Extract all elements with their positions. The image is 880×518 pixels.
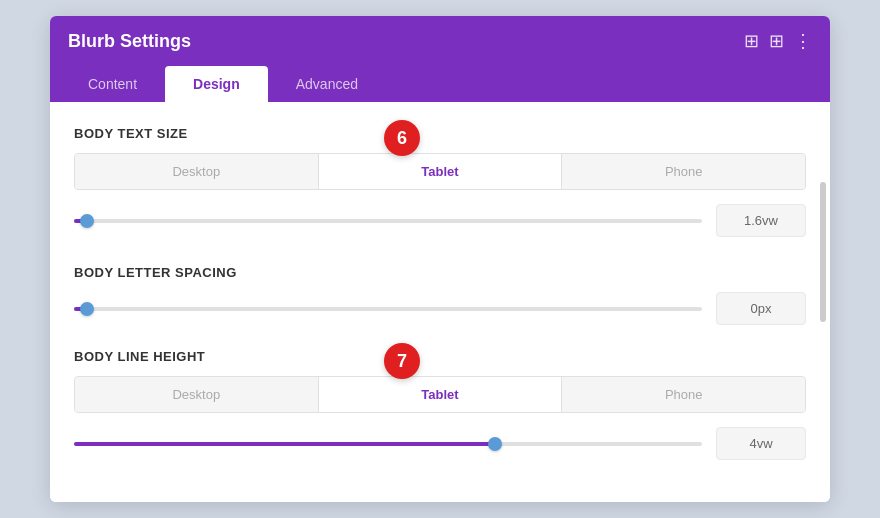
body-line-height-slider[interactable] (74, 441, 702, 447)
desktop-tab-line-height[interactable]: Desktop (75, 377, 319, 412)
slider-thumb[interactable] (80, 214, 94, 228)
tablet-tab-line-height[interactable]: Tablet (319, 377, 563, 412)
scrollbar[interactable] (820, 182, 826, 322)
badge-7: 7 (384, 343, 420, 379)
body-line-height-label: Body Line Height (74, 349, 806, 364)
body-letter-spacing-slider-row: 0px (74, 292, 806, 325)
body-text-size-slider-row: 1.6vw (74, 204, 806, 237)
body-letter-spacing-label: Body Letter Spacing (74, 265, 806, 280)
layout-icon[interactable]: ⊞ (744, 30, 759, 52)
body-letter-spacing-slider[interactable] (74, 306, 702, 312)
columns-icon[interactable]: ⊞ (769, 30, 784, 52)
body-text-size-section: 6 Body Text Size Desktop Tablet Phone 1.… (74, 126, 806, 237)
slider-track (74, 307, 702, 311)
phone-tab-text-size[interactable]: Phone (562, 154, 805, 189)
tab-advanced[interactable]: Advanced (268, 66, 386, 102)
slider-thumb[interactable] (80, 302, 94, 316)
body-text-size-value[interactable]: 1.6vw (716, 204, 806, 237)
more-icon[interactable]: ⋮ (794, 30, 812, 52)
body-text-size-slider[interactable] (74, 218, 702, 224)
body-line-height-section: 7 Body Line Height Desktop Tablet Phone … (74, 349, 806, 460)
badge-6: 6 (384, 120, 420, 156)
body-letter-spacing-section: Body Letter Spacing 0px (74, 265, 806, 325)
tab-content[interactable]: Content (60, 66, 165, 102)
body-line-height-value[interactable]: 4vw (716, 427, 806, 460)
slider-thumb[interactable] (488, 437, 502, 451)
body-text-size-device-tabs: Desktop Tablet Phone (74, 153, 806, 190)
body-line-height-slider-row: 4vw (74, 427, 806, 460)
body-letter-spacing-value[interactable]: 0px (716, 292, 806, 325)
body-line-height-device-tabs: Desktop Tablet Phone (74, 376, 806, 413)
tablet-tab-text-size[interactable]: Tablet (319, 154, 563, 189)
phone-tab-line-height[interactable]: Phone (562, 377, 805, 412)
slider-track (74, 219, 702, 223)
tab-bar: Content Design Advanced (50, 66, 830, 102)
blurb-settings-panel: Blurb Settings ⊞ ⊞ ⋮ Content Design Adva… (50, 16, 830, 502)
panel-title: Blurb Settings (68, 31, 191, 52)
slider-fill (74, 442, 495, 446)
panel-body: 6 Body Text Size Desktop Tablet Phone 1.… (50, 102, 830, 502)
header-icons: ⊞ ⊞ ⋮ (744, 30, 812, 52)
desktop-tab-text-size[interactable]: Desktop (75, 154, 319, 189)
panel-header: Blurb Settings ⊞ ⊞ ⋮ (50, 16, 830, 66)
body-text-size-label: Body Text Size (74, 126, 806, 141)
tab-design[interactable]: Design (165, 66, 268, 102)
